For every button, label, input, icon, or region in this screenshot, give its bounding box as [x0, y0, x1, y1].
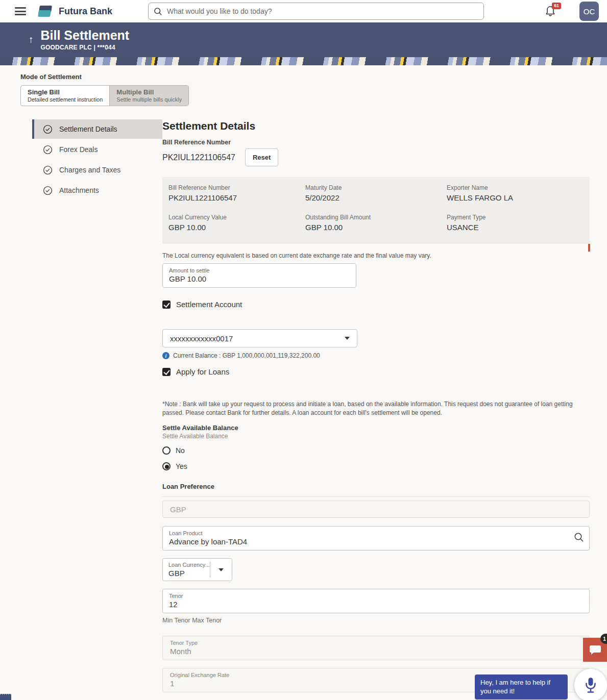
- chevron-down-icon: [345, 337, 350, 340]
- chat-unread-badge: 1: [600, 634, 607, 644]
- settle-available-balance-label: Settle Available Balance: [162, 424, 590, 432]
- checkbox-checked-icon[interactable]: [162, 368, 171, 376]
- page-title: Bill Settlement: [41, 29, 130, 43]
- summary-cell: Local Currency ValueGBP 10.00: [168, 214, 305, 232]
- radio-selected-icon[interactable]: [162, 462, 171, 470]
- hamburger-menu-icon[interactable]: [15, 7, 26, 15]
- tenor-helper-text: Min Tenor Max Tenor: [162, 617, 590, 624]
- bill-reference-value: PK2IUL1221106547: [162, 153, 235, 162]
- search-input[interactable]: [167, 7, 478, 15]
- exchange-rate-note: The Local currency equivalent is based o…: [162, 252, 590, 259]
- lookup-search-icon[interactable]: [574, 532, 584, 544]
- tab-multiple-bill[interactable]: Multiple Bill Settle multiple bills quic…: [109, 86, 188, 106]
- tenor-field[interactable]: Tenor 12: [162, 589, 590, 613]
- loan-currency-select[interactable]: Loan Currency... GBP: [162, 558, 232, 581]
- mode-tabs: Single Bill Detailed settlement instruct…: [20, 85, 189, 106]
- step-navigation: Settlement Details Forex Deals Charges a…: [20, 119, 162, 700]
- corner-ui-artifact: [0, 694, 11, 700]
- tab-single-bill[interactable]: Single Bill Detailed settlement instruct…: [21, 86, 109, 106]
- chat-launcher-button[interactable]: 1: [583, 638, 607, 662]
- settle-available-balance-sublabel: Settle Available Balance: [162, 433, 590, 440]
- summary-cell: Payment TypeUSANCE: [447, 214, 584, 232]
- brand-name: Futura Bank: [59, 6, 112, 17]
- loan-amount-currency-field: GBP: [162, 501, 590, 518]
- tenor-type-field: Tenor Type Month: [162, 636, 590, 660]
- radio-unselected-icon[interactable]: [162, 446, 171, 455]
- voice-assistant-button[interactable]: [574, 669, 607, 700]
- assistant-tooltip: Hey, I am here to help if you need it!: [475, 674, 568, 699]
- radio-yes-row[interactable]: Yes: [162, 462, 590, 470]
- radio-no-row[interactable]: No: [162, 446, 590, 455]
- decorative-banner: [0, 57, 607, 65]
- bill-reference-label: Bill Reference Number: [162, 139, 590, 146]
- scroll-up-arrow-icon[interactable]: ↑: [29, 34, 34, 45]
- amount-to-settle-field[interactable]: Amount to settle GBP 10.00: [162, 263, 356, 288]
- check-circle-icon: [43, 186, 53, 195]
- apply-for-loans-checkbox-row[interactable]: Apply for Loans: [162, 367, 590, 376]
- checkbox-checked-icon[interactable]: [162, 301, 171, 309]
- mode-of-settlement-label: Mode of Settlement: [20, 73, 607, 81]
- check-circle-icon: [43, 165, 53, 175]
- chevron-down-icon[interactable]: [210, 559, 232, 581]
- settlement-account-checkbox-row[interactable]: Settlement Account: [162, 300, 590, 309]
- summary-cell: Maturity Date5/20/2022: [305, 184, 447, 202]
- notification-count-badge: 61: [552, 3, 561, 9]
- step-charges-and-taxes[interactable]: Charges and Taxes: [32, 160, 162, 180]
- bill-summary-panel: Bill Reference NumberPK2IUL1221106547 Ma…: [162, 177, 590, 244]
- summary-cell: Exporter NameWELLS FARGO LA: [447, 184, 584, 202]
- check-circle-icon: [43, 124, 53, 134]
- step-settlement-details[interactable]: Settlement Details: [32, 119, 162, 139]
- avatar[interactable]: OC: [579, 2, 599, 21]
- reset-button[interactable]: Reset: [245, 148, 278, 166]
- step-forex-deals[interactable]: Forex Deals: [32, 140, 162, 159]
- page-header: ↑ Bill Settlement GOODCARE PLC | ***044: [0, 22, 607, 57]
- summary-cell: Bill Reference NumberPK2IUL1221106547: [168, 184, 305, 202]
- futura-bank-logo: [38, 5, 54, 18]
- global-search[interactable]: [148, 3, 484, 20]
- notifications-button[interactable]: 61: [545, 5, 558, 18]
- summary-cell: Outstanding Bill AmountGBP 10.00: [305, 214, 447, 232]
- microphone-icon: [584, 677, 598, 694]
- current-balance-row: i Current Balance : GBP 1,000,000,001,11…: [162, 352, 590, 359]
- text-cursor-artifact: [588, 244, 590, 252]
- step-attachments[interactable]: Attachments: [32, 181, 162, 200]
- page-subtitle: GOODCARE PLC | ***044: [41, 44, 130, 51]
- chat-bubble-icon: [590, 645, 601, 653]
- loan-product-field[interactable]: Loan Product Advance by loan-TAD4: [162, 526, 590, 551]
- section-heading: Settlement Details: [162, 119, 590, 133]
- search-icon: [154, 7, 162, 16]
- top-app-bar: Futura Bank 61 OC: [0, 0, 607, 22]
- check-circle-icon: [43, 145, 53, 155]
- current-balance-text: Current Balance : GBP 1,000,000,001,119,…: [173, 352, 320, 359]
- loan-preference-label: Loan Preference: [162, 483, 590, 497]
- info-icon: i: [162, 352, 169, 359]
- settlement-account-select[interactable]: xxxxxxxxxxxx0017: [162, 329, 357, 347]
- loan-disclaimer-note: *Note : Bank will take up your request t…: [162, 400, 590, 417]
